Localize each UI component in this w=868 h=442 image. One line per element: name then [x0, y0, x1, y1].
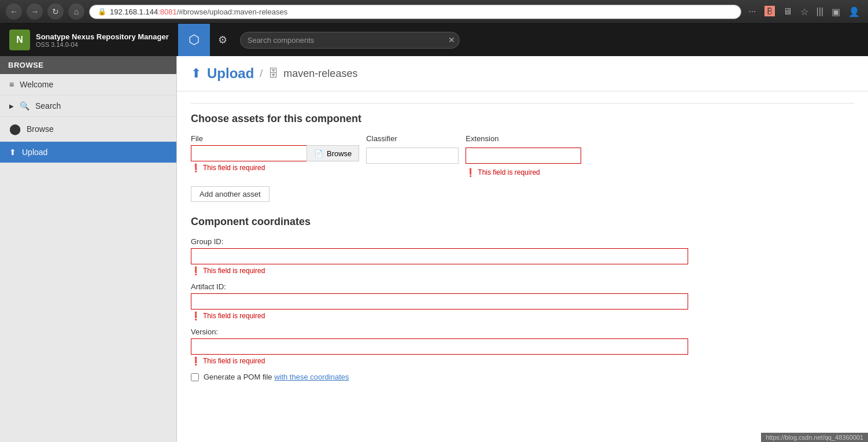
version-field: Version: ❗ This field is required [191, 327, 854, 366]
search-components-input[interactable] [240, 32, 460, 49]
monitor-icon[interactable]: 🖥 [781, 5, 795, 18]
search-icon: 🔍 [20, 101, 29, 110]
page-title: Upload [207, 65, 254, 82]
file-label: File [191, 134, 203, 143]
browse-tab-icon: ⬡ [189, 32, 200, 47]
version-error-icon: ❗ [191, 356, 201, 366]
browser-actions: ··· 🅱 🖥 ☆ ||| ▣ 👤 [746, 5, 862, 19]
version-input[interactable] [191, 338, 688, 355]
browse-btn-icon: 📄 [314, 149, 323, 158]
app-title: Sonatype Nexus Repository Manager [36, 32, 169, 41]
page-header: ⬆ Upload / 🗄 maven-releases [177, 56, 868, 91]
artifact-id-field: Artifact ID: ❗ This field is required [191, 282, 854, 321]
file-input[interactable] [191, 145, 306, 161]
group-id-field: Group ID: ❗ This field is required [191, 237, 854, 275]
upload-icon: ⬆ [9, 148, 16, 157]
artifact-id-error-text: This field is required [203, 312, 265, 320]
browse-button[interactable]: 📄 Browse [306, 145, 359, 161]
address-port: :8081 [158, 8, 177, 16]
browse-label: Browse [27, 124, 54, 134]
classifier-input[interactable] [366, 148, 459, 164]
component-coords: Component coordinates Group ID: ❗ This f… [191, 216, 854, 381]
search-label: Search [35, 101, 61, 110]
search-bar[interactable]: ✕ [240, 32, 460, 49]
address-path: /#browse/upload:maven-releases [177, 8, 288, 16]
reader-icon[interactable]: ▣ [829, 5, 843, 19]
file-error-message: ❗ This field is required [191, 163, 265, 172]
group-id-label: Group ID: [191, 237, 854, 246]
account-icon[interactable]: 👤 [846, 5, 862, 19]
search-clear-button[interactable]: ✕ [448, 35, 455, 45]
artifact-id-error-icon: ❗ [191, 311, 201, 321]
browse-btn-label: Browse [327, 149, 352, 158]
add-asset-button[interactable]: Add another asset [191, 186, 269, 202]
file-field-group: File 📄 Browse ❗ This field is required [191, 134, 359, 172]
security-icon: 🔒 [98, 8, 106, 16]
extension-error-text: This field is required [478, 168, 540, 176]
divider [191, 103, 854, 104]
extension-error-message: ❗ This field is required [466, 168, 581, 177]
sidebar-item-browse[interactable]: ⬤ Browse [0, 117, 176, 142]
generate-pom-row: Generate a POM file with these coordinat… [191, 373, 854, 381]
pom-checkbox-text: Generate a POM file [204, 373, 272, 381]
file-input-row: 📄 Browse [191, 145, 359, 161]
bookmark-icon[interactable]: ☆ [798, 5, 811, 19]
sidebar-item-welcome[interactable]: ≡ Welcome [0, 74, 176, 95]
classifier-field-group: Classifier [366, 134, 459, 164]
extension-field-group: Extension ❗ This field is required [466, 134, 581, 177]
group-id-input[interactable] [191, 248, 688, 264]
version-error: ❗ This field is required [191, 356, 854, 366]
more-button[interactable]: ··· [746, 5, 758, 18]
home-button[interactable]: ⌂ [68, 3, 84, 20]
sidebar-toggle-icon[interactable]: ||| [814, 5, 826, 18]
extension-input[interactable] [466, 148, 581, 164]
generate-pom-checkbox[interactable] [191, 373, 199, 381]
upload-label: Upload [22, 148, 47, 157]
addon-icon[interactable]: 🅱 [762, 5, 777, 19]
back-button[interactable]: ← [6, 3, 22, 20]
gear-icon[interactable]: ⚙ [210, 34, 235, 46]
forward-button[interactable]: → [27, 3, 43, 20]
logo-icon: N [9, 30, 30, 50]
welcome-icon: ≡ [9, 80, 14, 89]
extension-error-icon: ❗ [466, 168, 475, 177]
asset-row: File 📄 Browse ❗ This field is required [191, 134, 854, 177]
file-error-text: This field is required [203, 164, 265, 172]
artifact-id-label: Artifact ID: [191, 282, 854, 291]
sidebar-section-label: Browse [0, 56, 176, 74]
address-text: 192.168.1.144:8081/#browse/upload:maven-… [110, 8, 287, 16]
group-id-error-text: This field is required [203, 267, 265, 275]
breadcrumb-separator: / [260, 68, 263, 80]
sidebar-item-upload[interactable]: ⬆ Upload [0, 142, 176, 163]
classifier-label: Classifier [366, 134, 459, 143]
address-host: 192.168.1.144 [110, 8, 158, 16]
status-bar-text: https://blog.csdn.net/qq_48360001 [766, 434, 863, 441]
repo-icon: 🗄 [268, 68, 279, 80]
version-error-text: This field is required [203, 357, 265, 365]
logo-text: Sonatype Nexus Repository Manager OSS 3.… [36, 32, 169, 48]
address-bar[interactable]: 🔒 192.168.1.144:8081/#browse/upload:mave… [89, 5, 741, 19]
browse-icon: ⬤ [9, 123, 21, 135]
artifact-id-error: ❗ This field is required [191, 311, 854, 321]
app-body: Browse ≡ Welcome ▶ 🔍 Search ⬤ Browse ⬆ U… [0, 56, 868, 442]
content-area: Choose assets for this component File 📄 … [177, 91, 868, 393]
version-label: Version: [191, 327, 854, 336]
welcome-label: Welcome [20, 80, 53, 89]
assets-section-title: Choose assets for this component [191, 113, 854, 125]
artifact-id-input[interactable] [191, 293, 688, 310]
repo-name: 🗄 maven-releases [268, 68, 357, 80]
page-title-icon: ⬆ [191, 66, 201, 81]
browse-tab[interactable]: ⬡ [178, 24, 210, 56]
repo-name-text: maven-releases [283, 68, 357, 80]
app-version: OSS 3.14.0-04 [36, 41, 169, 48]
extension-label: Extension [466, 134, 581, 143]
reload-button[interactable]: ↻ [47, 3, 64, 20]
app-header: N Sonatype Nexus Repository Manager OSS … [0, 24, 868, 56]
group-id-error-icon: ❗ [191, 266, 201, 275]
main-content: ⬆ Upload / 🗄 maven-releases Choose asset… [177, 56, 868, 442]
search-arrow-icon: ▶ [9, 103, 14, 109]
sidebar-item-search[interactable]: ▶ 🔍 Search [0, 95, 176, 117]
pom-link[interactable]: with these coordinates [274, 373, 349, 381]
status-bar: https://blog.csdn.net/qq_48360001 [761, 433, 868, 442]
app-logo: N Sonatype Nexus Repository Manager OSS … [0, 30, 178, 50]
